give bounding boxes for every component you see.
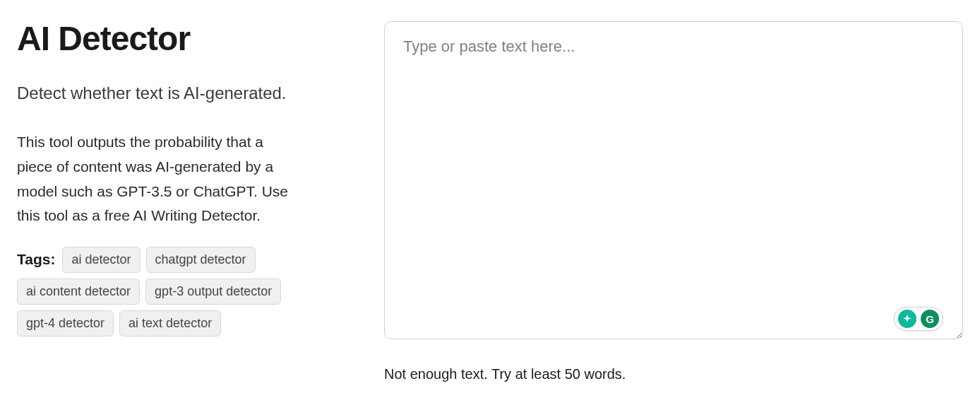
status-message: Not enough text. Try at least 50 words.: [384, 366, 963, 382]
tag-item[interactable]: gpt-4 detector: [17, 310, 114, 336]
page-subtitle: Detect whether text is AI-generated.: [17, 81, 299, 106]
tag-item[interactable]: ai text detector: [119, 310, 221, 336]
grammarly-widget[interactable]: G: [894, 307, 943, 331]
textarea-wrapper: G: [384, 21, 963, 342]
text-input[interactable]: [384, 21, 963, 339]
tag-item[interactable]: gpt-3 output detector: [145, 279, 281, 305]
tag-item[interactable]: ai detector: [62, 247, 140, 273]
tag-item[interactable]: ai content detector: [17, 279, 140, 305]
sparkle-icon: [898, 310, 916, 328]
page-title: AI Detector: [17, 21, 299, 57]
page-description: This tool outputs the probability that a…: [17, 130, 299, 228]
tag-item[interactable]: chatgpt detector: [146, 247, 256, 273]
grammarly-g-icon: G: [921, 310, 939, 328]
tags-label: Tags:: [17, 251, 55, 268]
tags-container: Tags: ai detector chatgpt detector ai co…: [17, 247, 299, 336]
